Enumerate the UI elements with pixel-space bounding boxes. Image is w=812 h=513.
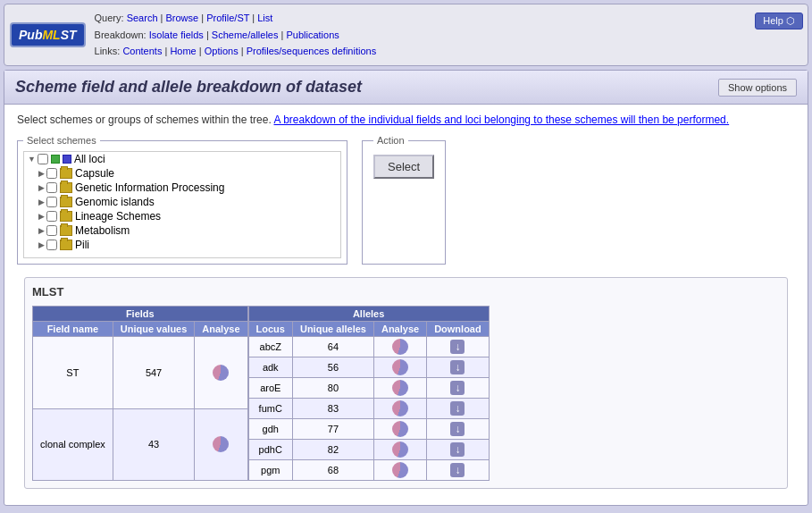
select-button[interactable]: Select [373, 155, 434, 179]
pie-chart-icon[interactable] [213, 365, 229, 381]
analyse-icon-abcZ[interactable] [373, 337, 426, 357]
query-profilest-link[interactable]: Profile/ST [206, 13, 249, 23]
pie-chart-icon[interactable] [392, 462, 408, 478]
download-icon[interactable] [450, 442, 465, 457]
unique-alleles-aroE: 80 [292, 378, 373, 399]
download-icon[interactable] [450, 463, 465, 477]
tree-item-genomic[interactable]: ▶ Genomic islands [24, 195, 340, 209]
description-link[interactable]: A breakdown of the individual fields and… [273, 114, 729, 126]
mlst-section: MLST Fields Field name Unique values Ana… [24, 277, 788, 489]
breakdown-isolate-link[interactable]: Isolate fields [149, 29, 204, 40]
show-options-button[interactable]: Show options [718, 79, 797, 97]
analyse-icon-gdh[interactable] [373, 419, 426, 440]
tree-item-capsule[interactable]: ▶ Capsule [24, 166, 340, 181]
links-contents[interactable]: Contents [122, 46, 162, 56]
pie-chart-icon[interactable] [392, 339, 408, 355]
download-icon[interactable] [450, 422, 465, 436]
unique-values-clonal: 43 [113, 408, 195, 481]
analyse-icon-pdhC[interactable] [373, 440, 426, 460]
tree-label-capsule: Capsule [75, 167, 114, 180]
analyse-icon-aroE[interactable] [373, 378, 426, 399]
breakdown-label: Breakdown: [95, 29, 146, 40]
download-icon[interactable] [450, 340, 465, 354]
tree-checkbox-capsule[interactable] [46, 168, 57, 179]
analyse-icon-st[interactable] [195, 337, 247, 409]
tree-checkbox-metabolism[interactable] [46, 225, 57, 236]
tree-item-all-loci[interactable]: ▼ All loci [24, 152, 340, 166]
tree-checkbox-pili[interactable] [46, 240, 57, 250]
analyse-icon-pgm[interactable] [373, 460, 426, 481]
table-row: abcZ 64 [248, 337, 489, 357]
description-text: Select schemes or groups of schemes with… [17, 114, 795, 126]
title-bar: Scheme field and allele breakdown of dat… [4, 71, 808, 105]
scheme-tree[interactable]: ▼ All loci ▶ Capsule [23, 151, 341, 258]
pie-chart-icon[interactable] [392, 421, 408, 437]
analyse-icon-clonal[interactable] [195, 408, 247, 481]
pie-chart-icon[interactable] [392, 442, 408, 458]
tree-item-pili[interactable]: ▶ Pili [24, 238, 340, 252]
analyse-icon-adk[interactable] [373, 357, 426, 378]
tree-label-metabolism: Metabolism [75, 224, 130, 237]
tree-label-genetic: Genetic Information Processing [75, 181, 224, 194]
analyse-header-fields: Analyse [195, 322, 247, 337]
download-icon-abcZ[interactable] [427, 337, 490, 357]
pie-chart-icon[interactable] [392, 400, 408, 416]
unique-alleles-fumC: 83 [292, 399, 373, 419]
download-icon-gdh[interactable] [427, 419, 490, 440]
download-icon-fumC[interactable] [427, 399, 490, 419]
tree-item-metabolism[interactable]: ▶ Metabolism [24, 223, 340, 238]
download-icon-aroE[interactable] [427, 378, 490, 399]
select-schemes-legend: Select schemes [23, 135, 100, 146]
unique-alleles-pgm: 68 [292, 460, 373, 481]
table-row: aroE 80 [248, 378, 489, 399]
unique-alleles-adk: 56 [292, 357, 373, 378]
query-browse-link[interactable]: Browse [165, 13, 198, 23]
links-profiles[interactable]: Profiles/sequences definitions [247, 46, 377, 56]
expand-arrow-metabolism: ▶ [38, 226, 45, 235]
tree-checkbox-genomic[interactable] [46, 197, 57, 207]
locus-aroE: aroE [248, 378, 292, 399]
download-icon[interactable] [450, 360, 465, 374]
analyse-header-alleles: Analyse [373, 322, 426, 337]
tree-item-genetic[interactable]: ▶ Genetic Information Processing [24, 181, 340, 195]
tree-item-lineage[interactable]: ▶ Lineage Schemes [24, 209, 340, 223]
table-row: pgm 68 [248, 460, 489, 481]
download-icon[interactable] [450, 381, 465, 395]
table-row: clonal complex 43 [33, 408, 248, 481]
query-list-link[interactable]: List [257, 13, 272, 23]
mlst-tables: Fields Field name Unique values Analyse … [32, 306, 780, 481]
tree-label-genomic: Genomic islands [75, 196, 155, 208]
breakdown-scheme-link[interactable]: Scheme/alleles [212, 29, 279, 40]
logo: PubMLST [10, 22, 86, 47]
breakdown-publications-link[interactable]: Publications [286, 29, 339, 40]
locus-fumC: fumC [248, 399, 292, 419]
expand-arrow-pili: ▶ [38, 240, 45, 249]
tree-checkbox-genetic[interactable] [46, 182, 57, 193]
fields-table: Fields Field name Unique values Analyse … [32, 306, 248, 481]
unique-alleles-abcZ: 64 [292, 337, 373, 357]
download-icon-pdhC[interactable] [427, 440, 490, 460]
table-row: pdhC 82 [248, 440, 489, 460]
field-name-header: Field name [33, 322, 113, 337]
links-home[interactable]: Home [170, 46, 196, 56]
action-legend: Action [373, 135, 408, 146]
tree-checkbox-lineage[interactable] [46, 211, 57, 222]
page-title: Scheme field and allele breakdown of dat… [15, 78, 362, 97]
folder-icon-capsule [60, 168, 72, 179]
pie-chart-icon[interactable] [392, 359, 408, 375]
links-label: Links: [95, 46, 121, 56]
download-icon[interactable] [450, 401, 465, 416]
pie-chart-icon[interactable] [392, 380, 408, 396]
download-icon-pgm[interactable] [427, 460, 490, 481]
help-button[interactable]: Help ⬡ [755, 13, 803, 29]
analyse-icon-fumC[interactable] [373, 399, 426, 419]
select-schemes-fieldset: Select schemes ▼ All loci ▶ [17, 135, 347, 265]
tree-checkbox-all-loci[interactable] [38, 154, 48, 164]
main-content: Scheme field and allele breakdown of dat… [4, 70, 808, 506]
query-search-link[interactable]: Search [127, 13, 158, 23]
download-icon-adk[interactable] [427, 357, 490, 378]
links-options[interactable]: Options [205, 46, 239, 56]
expand-arrow: ▼ [28, 155, 36, 164]
scheme-action-row: Select schemes ▼ All loci ▶ [17, 135, 795, 265]
pie-chart-icon-clonal[interactable] [213, 436, 229, 452]
